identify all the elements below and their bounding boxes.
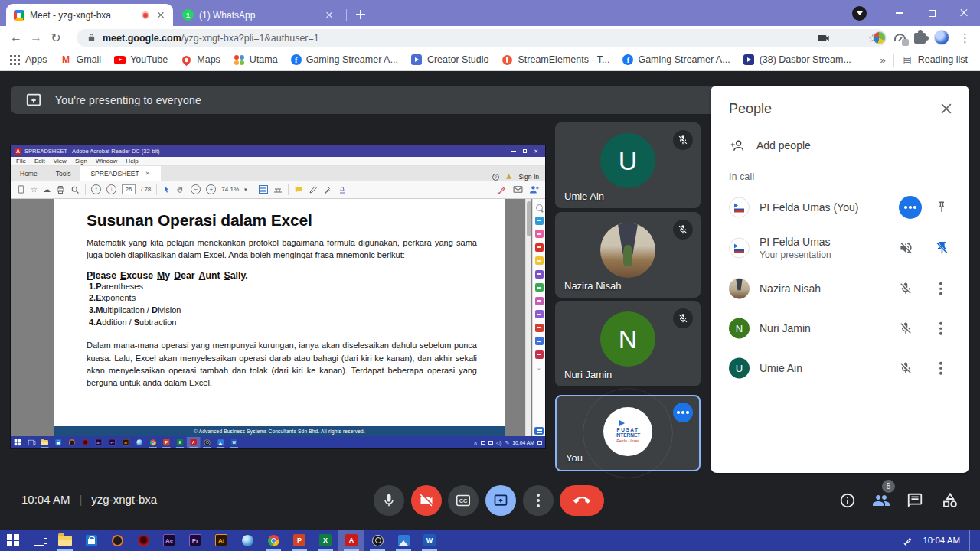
bookmark-streamelements[interactable]: StreamElements - T...: [501, 54, 609, 66]
row-more-icon[interactable]: [935, 281, 947, 297]
shared-screen-presentation[interactable]: A SPREADSHEET - Adobe Acrobat Reader DC …: [11, 145, 545, 448]
row-more-icon[interactable]: [935, 360, 947, 377]
chat-button[interactable]: [906, 491, 924, 510]
mic-button[interactable]: [374, 485, 404, 516]
present-button[interactable]: [485, 485, 516, 516]
excel-icon[interactable]: X: [312, 530, 338, 551]
scrollbar[interactable]: [525, 199, 531, 436]
after-effects-icon[interactable]: Ae: [92, 437, 106, 448]
pin-icon[interactable]: [935, 201, 949, 214]
more-options-button[interactable]: [523, 485, 554, 516]
red-app-icon[interactable]: [78, 437, 92, 448]
chrome-icon[interactable]: [146, 437, 160, 448]
bookmarks-overflow-icon[interactable]: »: [880, 54, 885, 66]
tool-protect-icon[interactable]: [535, 337, 544, 345]
profile-avatar[interactable]: [934, 30, 949, 45]
close-button[interactable]: [948, 0, 980, 26]
tool-request-signatures-icon[interactable]: [535, 310, 544, 318]
speed-extension-icon[interactable]: [894, 34, 906, 41]
tool-organize-pages-icon[interactable]: [535, 230, 544, 238]
reading-list-button[interactable]: ▤Reading list: [902, 54, 968, 66]
premiere-pro-icon[interactable]: Pr: [182, 530, 208, 551]
leave-call-button[interactable]: [560, 485, 604, 516]
minimize-button[interactable]: [884, 0, 916, 26]
taskbar-clock[interactable]: 10:04 AM: [923, 536, 960, 545]
file-explorer-icon[interactable]: [52, 530, 78, 551]
browser-menu-icon[interactable]: ⋮: [958, 32, 972, 44]
tab-meet[interactable]: Meet - yzg-xngt-bxa: [6, 4, 173, 26]
feedback-bubble-icon[interactable]: [534, 427, 544, 435]
bookmark-maps[interactable]: Maps: [181, 54, 220, 66]
excel-icon[interactable]: X: [173, 437, 187, 448]
idm-extension-icon[interactable]: [873, 31, 886, 44]
tool-combine-files-icon[interactable]: [535, 270, 544, 279]
show-everyone-button[interactable]: [872, 491, 890, 510]
word-icon[interactable]: W: [416, 530, 443, 551]
activities-button[interactable]: [941, 491, 959, 510]
panel-close-icon[interactable]: [939, 101, 954, 116]
bookmark-facebook-1[interactable]: fGaming Streamer A...: [291, 54, 398, 65]
tool-scan-icon[interactable]: [535, 297, 544, 305]
bookmark-gmail[interactable]: MGmail: [60, 54, 102, 66]
tool-comment-icon[interactable]: [535, 256, 544, 265]
mic-off-icon[interactable]: [899, 321, 913, 335]
microsoft-store-icon[interactable]: [78, 530, 104, 551]
task-view-icon[interactable]: [26, 530, 52, 551]
tools-more-chevron-icon[interactable]: ⌄: [537, 365, 541, 371]
bookmark-utama[interactable]: Utama: [234, 54, 278, 66]
tool-create-pdf-icon[interactable]: [535, 243, 544, 252]
word-icon[interactable]: W: [227, 437, 241, 448]
camera-in-use-icon[interactable]: [818, 34, 830, 43]
add-people-button[interactable]: Add people: [729, 138, 811, 153]
captions-button[interactable]: CC: [448, 485, 479, 516]
acrobat-document-area[interactable]: Susunan Operasi dalam Excel Matematik ya…: [11, 199, 545, 436]
meeting-details-button[interactable]: [838, 491, 857, 510]
streamlabs-icon[interactable]: [104, 530, 130, 551]
tool-measure-icon[interactable]: [535, 350, 544, 359]
new-tab-button[interactable]: [351, 5, 370, 24]
acrobat-reader-icon[interactable]: A: [338, 530, 364, 551]
microsoft-store-icon[interactable]: [51, 437, 65, 448]
tile-you[interactable]: PUSAT INTERNET Felda Umas You: [555, 395, 701, 471]
premiere-pro-icon[interactable]: Pr: [106, 437, 119, 448]
people-row-you[interactable]: PI Felda Umas (You): [710, 191, 969, 224]
tray-pen-icon[interactable]: [903, 535, 913, 546]
after-effects-icon[interactable]: Ae: [156, 530, 182, 551]
start-button-icon[interactable]: [11, 437, 24, 448]
people-row-nuri[interactable]: N Nuri Jamin: [710, 311, 969, 345]
bookmark-dasbor-stream[interactable]: (38) Dasbor Stream...: [743, 54, 851, 66]
reload-icon[interactable]: ↻: [46, 31, 66, 45]
skype-icon[interactable]: [234, 530, 260, 551]
tool-search-icon[interactable]: [536, 204, 543, 211]
people-row-umie[interactable]: U Umie Ain: [710, 351, 969, 385]
start-button-icon[interactable]: [0, 530, 26, 551]
tile-options-icon[interactable]: [673, 403, 693, 422]
illustrator-icon[interactable]: Ai: [119, 437, 132, 448]
address-bar[interactable]: meet.google.com/yzg-xngt-bxa?pli=1&authu…: [77, 29, 887, 47]
bookmark-apps[interactable]: Apps: [9, 54, 47, 66]
people-row-nazira[interactable]: Nazira Nisah: [710, 272, 969, 305]
streamlabs-icon[interactable]: [65, 437, 79, 448]
photos-icon[interactable]: [390, 530, 416, 551]
camera-off-button[interactable]: [411, 485, 442, 516]
maximize-button[interactable]: [916, 0, 948, 26]
powerpoint-icon[interactable]: P: [159, 437, 173, 448]
people-row-your-presentation[interactable]: PI Felda UmasYour presentation: [710, 230, 969, 266]
obs-studio-icon[interactable]: [201, 437, 214, 448]
acrobat-reader-icon[interactable]: A: [187, 437, 201, 448]
tab-close-icon[interactable]: [323, 9, 335, 21]
volume-off-icon[interactable]: [899, 241, 913, 256]
tile-nuri-jamin[interactable]: N Nuri Jamin: [555, 301, 701, 386]
extensions-puzzle-icon[interactable]: [914, 33, 926, 44]
photos-icon[interactable]: [214, 437, 227, 448]
mic-off-icon[interactable]: [899, 361, 913, 375]
chrome-icon[interactable]: [260, 530, 286, 551]
file-explorer-icon[interactable]: [38, 437, 51, 448]
forward-icon[interactable]: →: [26, 31, 46, 44]
row-options-icon[interactable]: [899, 196, 922, 219]
tile-nazira-nisah[interactable]: Nazira Nisah: [555, 212, 701, 298]
obs-studio-icon[interactable]: [364, 530, 390, 551]
mic-off-icon[interactable]: [899, 282, 913, 295]
media-controls-icon[interactable]: [852, 6, 867, 21]
tab-close-icon[interactable]: [155, 9, 167, 21]
